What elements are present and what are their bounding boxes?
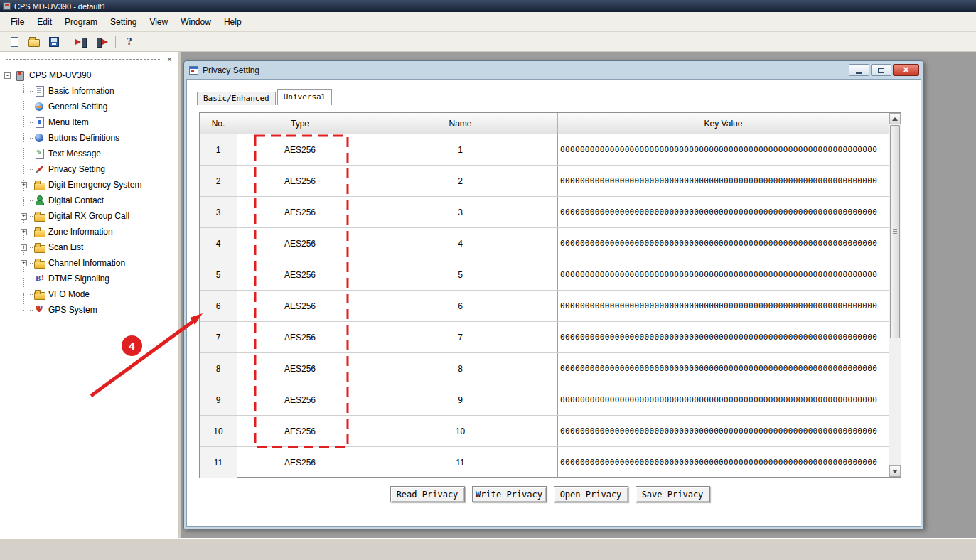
button-open-privacy[interactable]: Open Privacy — [554, 486, 628, 502]
table-row: 3AES256300000000000000000000000000000000… — [200, 197, 889, 228]
cell-key-value[interactable]: 0000000000000000000000000000000000000000… — [558, 166, 889, 196]
cell-no: 11 — [200, 447, 237, 478]
dialog-title: Privacy Setting — [203, 65, 259, 75]
folder-icon — [34, 227, 45, 237]
dialog-title-bar[interactable]: Privacy Setting — [186, 63, 921, 79]
toolbar-button-read-from-radio[interactable] — [73, 34, 90, 50]
cell-key-value[interactable]: 0000000000000000000000000000000000000000… — [558, 416, 889, 446]
close-button[interactable] — [893, 64, 919, 76]
cell-type[interactable]: AES256 — [237, 291, 363, 321]
tree-item-dtmf-signaling[interactable]: DTMF Signaling — [1, 271, 178, 286]
privacy-setting-window: Privacy Setting Basic/EnhancedUniversal … — [183, 60, 924, 529]
cell-no: 1 — [200, 134, 237, 165]
scroll-down-button[interactable] — [889, 465, 901, 477]
cell-name[interactable]: 1 — [363, 134, 558, 165]
menu-item-setting[interactable]: Setting — [104, 14, 143, 30]
cell-key-value[interactable]: 0000000000000000000000000000000000000000… — [558, 322, 889, 352]
cell-type[interactable]: AES256 — [237, 447, 363, 478]
scroll-up-button[interactable] — [889, 113, 901, 124]
tree-item-menu-item[interactable]: Menu Item — [1, 114, 178, 130]
toolbar-button-save-file[interactable] — [45, 34, 63, 50]
button-write-privacy[interactable]: Write Privacy — [472, 486, 547, 502]
cell-type[interactable]: AES256 — [237, 353, 363, 384]
menu-item-edit[interactable]: Edit — [31, 14, 58, 30]
cell-key-value[interactable]: 0000000000000000000000000000000000000000… — [558, 384, 889, 415]
cell-key-value[interactable]: 0000000000000000000000000000000000000000… — [558, 291, 889, 321]
cell-key-value[interactable]: 0000000000000000000000000000000000000000… — [558, 228, 889, 259]
panel-grip — [6, 59, 160, 60]
cell-name[interactable]: 2 — [363, 166, 558, 196]
expand-icon[interactable]: + — [21, 260, 27, 266]
cell-key-value[interactable]: 0000000000000000000000000000000000000000… — [558, 134, 889, 165]
tree-item-scan-list[interactable]: +Scan List — [1, 239, 178, 255]
tree-item-privacy-setting[interactable]: Privacy Setting — [1, 161, 178, 177]
cell-key-value[interactable]: 0000000000000000000000000000000000000000… — [558, 353, 889, 384]
cell-type[interactable]: AES256 — [237, 197, 363, 227]
cell-name[interactable]: 10 — [363, 416, 558, 446]
cell-name[interactable]: 4 — [363, 228, 558, 259]
tree-item-digit-emergency-system[interactable]: +Digit Emergency System — [1, 177, 178, 193]
toolbar-button-new-file[interactable] — [6, 34, 23, 50]
panel-close-button[interactable] — [165, 55, 174, 64]
expand-icon[interactable]: + — [21, 213, 27, 220]
tree-item-text-message[interactable]: Text Message — [1, 146, 178, 161]
tree-item-general-setting[interactable]: General Setting — [1, 99, 178, 114]
button-save-privacy[interactable]: Save Privacy — [636, 486, 710, 502]
cell-type[interactable]: AES256 — [237, 166, 363, 196]
maximize-button[interactable] — [871, 64, 891, 76]
cell-name[interactable]: 3 — [363, 197, 558, 227]
header-name: Name — [363, 113, 558, 134]
cell-key-value[interactable]: 0000000000000000000000000000000000000000… — [558, 447, 889, 478]
cell-type[interactable]: AES256 — [237, 228, 363, 259]
minimize-icon — [856, 72, 862, 74]
expand-icon[interactable]: + — [21, 229, 27, 235]
minimize-button[interactable] — [849, 64, 869, 76]
cell-type[interactable]: AES256 — [237, 134, 363, 165]
collapse-icon[interactable] — [4, 72, 11, 79]
tree-item-channel-information[interactable]: +Channel Information — [1, 255, 178, 271]
tree-root[interactable]: CPS MD-UV390 — [1, 68, 178, 83]
cell-name[interactable]: 9 — [363, 384, 558, 415]
menu-item-file[interactable]: File — [4, 14, 31, 30]
table-row: 9AES256900000000000000000000000000000000… — [200, 384, 889, 416]
tree-item-digital-contact[interactable]: Digital Contact — [1, 193, 178, 208]
cell-name[interactable]: 8 — [363, 353, 558, 384]
cell-key-value[interactable]: 0000000000000000000000000000000000000000… — [558, 197, 889, 227]
help-icon — [127, 36, 132, 48]
tree-item-buttons-definitions[interactable]: Buttons Definitions — [1, 130, 178, 146]
sphere-icon — [34, 133, 45, 143]
button-read-privacy[interactable]: Read Privacy — [390, 486, 465, 502]
tree-item-label: DTMF Signaling — [48, 274, 109, 284]
table-row: 2AES256200000000000000000000000000000000… — [200, 166, 889, 197]
table-row: 6AES256600000000000000000000000000000000… — [200, 291, 889, 322]
cell-type[interactable]: AES256 — [237, 416, 363, 446]
cell-type[interactable]: AES256 — [237, 322, 363, 352]
cell-name[interactable]: 7 — [363, 322, 558, 352]
cell-type[interactable]: AES256 — [237, 384, 363, 415]
menu-item-help[interactable]: Help — [218, 14, 248, 30]
menu-icon — [34, 117, 45, 127]
tab-universal[interactable]: Universal — [277, 89, 333, 105]
tree-item-zone-information[interactable]: +Zone Information — [1, 224, 178, 239]
cell-name[interactable]: 11 — [363, 447, 558, 478]
tree-item-basic-information[interactable]: Basic Information — [1, 83, 178, 99]
folder-icon — [34, 289, 45, 299]
vertical-scrollbar[interactable] — [889, 113, 901, 477]
tree-item-digital-rx-group-call[interactable]: +Digital RX Group Call — [1, 208, 178, 224]
tree-item-vfo-mode[interactable]: VFO Mode — [1, 286, 178, 302]
tree-item-gps-system[interactable]: GPS System — [1, 302, 178, 318]
scroll-thumb[interactable] — [890, 125, 900, 338]
menu-item-view[interactable]: View — [143, 14, 174, 30]
menu-item-program[interactable]: Program — [58, 14, 104, 30]
toolbar-button-open-file[interactable] — [26, 34, 43, 50]
toolbar-button-write-to-radio[interactable] — [93, 34, 110, 50]
cell-type[interactable]: AES256 — [237, 259, 363, 290]
cell-name[interactable]: 6 — [363, 291, 558, 321]
tab-basic-enhanced[interactable]: Basic/Enhanced — [197, 92, 276, 105]
expand-icon[interactable]: + — [21, 182, 27, 188]
menu-item-window[interactable]: Window — [174, 14, 218, 30]
toolbar-button-help[interactable] — [121, 34, 138, 50]
cell-key-value[interactable]: 0000000000000000000000000000000000000000… — [558, 259, 889, 290]
expand-icon[interactable]: + — [21, 244, 27, 251]
cell-name[interactable]: 5 — [363, 259, 558, 290]
